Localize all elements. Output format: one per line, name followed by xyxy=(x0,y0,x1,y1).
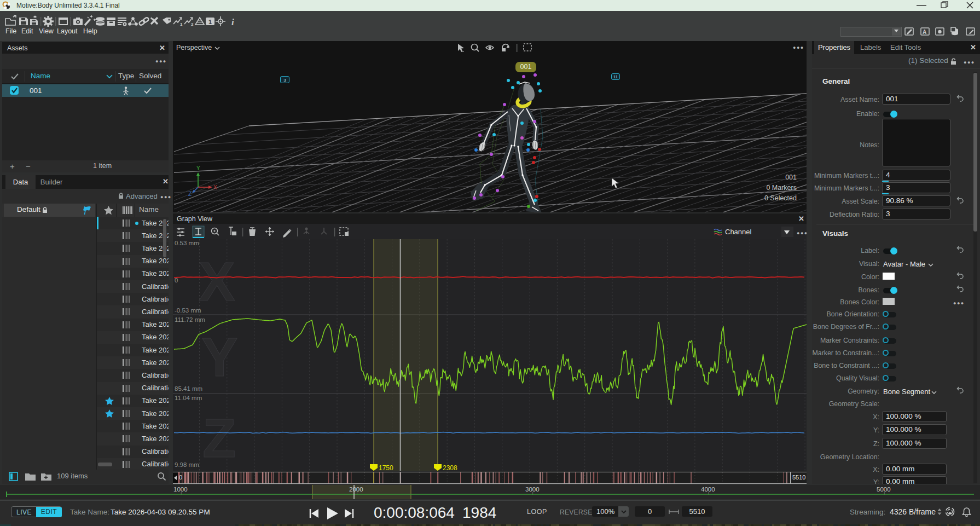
svg-text:X: X xyxy=(199,251,235,312)
svg-text:1: 1 xyxy=(180,22,183,27)
svg-text:3000: 3000 xyxy=(525,486,540,493)
svg-text:5000: 5000 xyxy=(877,486,891,493)
svg-text:Y: Y xyxy=(201,326,238,388)
svg-text:Z: Z xyxy=(188,191,192,197)
svg-text:Z: Z xyxy=(202,407,236,469)
svg-text:2000: 2000 xyxy=(349,486,363,493)
svg-text:1: 1 xyxy=(208,19,212,25)
svg-text:A: A xyxy=(923,29,926,35)
svg-text:4000: 4000 xyxy=(701,486,715,493)
svg-text:i: i xyxy=(231,17,234,27)
svg-text:X: X xyxy=(213,184,217,190)
svg-text:1750: 1750 xyxy=(379,464,393,471)
svg-text:Y: Y xyxy=(196,165,200,171)
svg-text:2: 2 xyxy=(191,22,194,27)
svg-text:2308: 2308 xyxy=(443,464,457,471)
svg-text:1000: 1000 xyxy=(173,486,188,493)
